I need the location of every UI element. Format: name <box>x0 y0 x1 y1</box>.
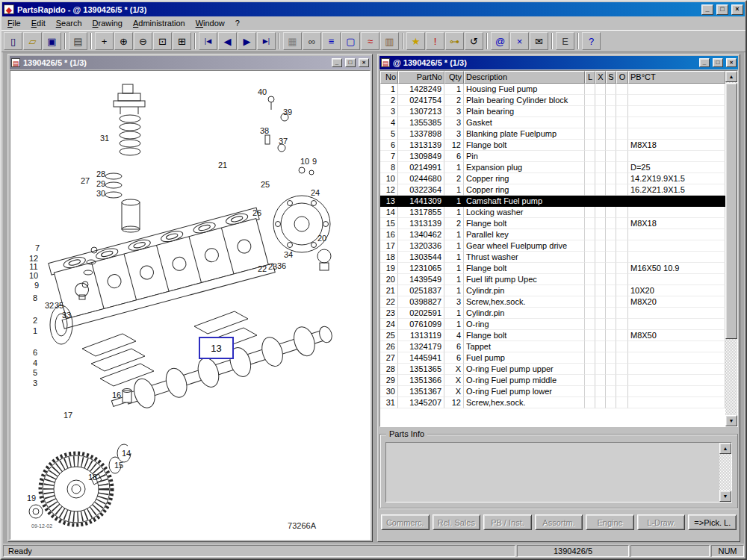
menu-edit[interactable]: Edit <box>26 17 51 29</box>
table-row[interactable]: 1413178551Locking washer <box>380 207 725 218</box>
scroll-up-icon[interactable]: ▲ <box>725 71 737 82</box>
column-header-s[interactable]: S <box>606 71 616 84</box>
callout-10[interactable]: 10 <box>300 157 309 166</box>
callout-4[interactable]: 4 <box>33 358 37 367</box>
callout-29[interactable]: 29 <box>96 179 105 188</box>
callout-16[interactable]: 16 <box>112 391 121 399</box>
menu-file[interactable]: File <box>2 17 26 29</box>
table-row[interactable]: 2714459416Fuel pump <box>380 352 725 364</box>
table-row[interactable]: 2513131194Flange boltM8X50 <box>380 330 725 341</box>
pan-button[interactable]: + <box>95 32 114 50</box>
column-header-l[interactable]: L <box>585 71 595 84</box>
callout-27[interactable]: 27 <box>81 176 90 185</box>
callout-19[interactable]: 19 <box>27 494 36 503</box>
minimize-button[interactable]: _ <box>701 4 713 15</box>
mail-button[interactable]: ✉ <box>530 32 548 50</box>
callout-26[interactable]: 26 <box>252 208 261 217</box>
titlebar[interactable]: ◆ PartsRapido - @ 1390426/5 * (1/3) _ □ … <box>2 2 745 16</box>
callout-21[interactable]: 21 <box>218 161 227 169</box>
action-commerc[interactable]: Commerc. <box>381 514 430 530</box>
print-button[interactable]: ▤ <box>69 32 87 50</box>
callout-23[interactable]: 23 <box>268 262 277 271</box>
callout-25[interactable]: 25 <box>261 180 270 189</box>
callout-14[interactable]: 14 <box>122 449 131 458</box>
menu-administration[interactable]: Administration <box>128 17 190 29</box>
web-button[interactable]: @ <box>491 32 509 50</box>
next-page-button[interactable]: ▶ <box>238 32 256 50</box>
table-row[interactable]: 1002446802Copper ring14.2X19.9X1.5 <box>380 173 725 184</box>
drawing-area[interactable]: 4039383731282729302110925242620343622237… <box>10 70 371 540</box>
callout-37[interactable]: 37 <box>279 137 288 146</box>
close-doc-button[interactable]: × <box>510 32 529 50</box>
callout-10[interactable]: 10 <box>29 271 38 280</box>
zoom-in-button[interactable]: ⊕ <box>114 32 133 50</box>
favorites-button[interactable]: ★ <box>406 32 425 50</box>
grid-button[interactable]: ▦ <box>283 32 302 50</box>
table-row[interactable]: 1613404621Parallel key <box>380 229 725 240</box>
table-row[interactable]: 2014395491Fuel lift pump Upec <box>380 274 725 285</box>
table-row[interactable]: 2613241796Tappet <box>380 341 725 352</box>
column-header-no[interactable]: No <box>380 71 398 84</box>
first-page-button[interactable]: |◀ <box>199 32 217 50</box>
menu-window[interactable]: Window <box>190 17 230 29</box>
column-header-qty[interactable]: Qty <box>444 71 464 84</box>
clipboard-button[interactable]: ▥ <box>380 32 399 50</box>
callout-24[interactable]: 24 <box>311 188 320 197</box>
save-button[interactable]: ▣ <box>43 32 61 50</box>
table-row[interactable]: 2102518371Cylindr.pin10X20 <box>380 285 725 296</box>
table-row[interactable]: 291351366XO-ring Fuel pump middle <box>380 375 725 386</box>
column-header-o[interactable]: O <box>616 71 628 84</box>
callout-17[interactable]: 17 <box>63 411 72 420</box>
column-header-x[interactable]: X <box>595 71 606 84</box>
callout-8[interactable]: 8 <box>33 293 37 302</box>
callout-1[interactable]: 1 <box>33 326 37 335</box>
callout-32[interactable]: 32 <box>45 301 54 310</box>
table-row[interactable]: 2203988273Screw,hex.sock.M8X20 <box>380 296 725 308</box>
table-row[interactable]: 1203223641Copper ring16.2X21.9X1.5 <box>380 184 725 196</box>
table-row[interactable]: 802149911Expansion plugD=25 <box>380 162 725 173</box>
maximize-button[interactable]: □ <box>716 4 728 15</box>
callout-5[interactable]: 5 <box>33 368 37 377</box>
callout-30[interactable]: 30 <box>96 189 105 198</box>
parts-info-scroll-up-icon[interactable]: ▲ <box>719 443 731 454</box>
drawing-window-titlebar[interactable]: ▤ 1390426/5 * (1/3) _ □ × <box>10 56 371 69</box>
menu-drawing[interactable]: Drawing <box>87 17 128 29</box>
table-row[interactable]: 313072133Plain bearing <box>380 106 725 117</box>
menu-search[interactable]: Search <box>51 17 87 29</box>
action-l-draw[interactable]: L-Draw. <box>637 514 686 530</box>
callout-6[interactable]: 6 <box>33 348 37 357</box>
column-header-part[interactable]: PartNo <box>398 71 444 84</box>
callout-36[interactable]: 36 <box>277 261 286 270</box>
action-assortm[interactable]: Assortm. <box>535 514 583 530</box>
table-row[interactable]: 1912310651Flange boltM16X50 10.9 <box>380 263 725 274</box>
callout-11[interactable]: 11 <box>29 262 37 271</box>
parts-minimize-button[interactable]: _ <box>699 58 710 67</box>
scroll-track[interactable] <box>725 82 737 415</box>
parts-info-scroll-track[interactable] <box>719 454 731 491</box>
callout-15[interactable]: 15 <box>114 461 123 470</box>
action-rel-sales[interactable]: Rel. Sales <box>433 514 481 530</box>
column-header-desc[interactable]: Description <box>464 71 585 84</box>
zoom-fit-button[interactable]: ⊞ <box>173 32 191 50</box>
last-page-button[interactable]: ▶| <box>257 32 276 50</box>
callout-18[interactable]: 18 <box>88 473 97 482</box>
screen-button[interactable]: ▢ <box>341 32 360 50</box>
prev-page-button[interactable]: ◀ <box>218 32 237 50</box>
callout-31[interactable]: 31 <box>100 134 109 143</box>
callout-40[interactable]: 40 <box>258 87 267 96</box>
callout-34[interactable]: 34 <box>284 250 293 259</box>
action-pb-inst[interactable]: PB / Inst. <box>483 514 532 530</box>
find-button[interactable]: ∞ <box>303 32 321 50</box>
table-row[interactable]: 713098496Pin <box>380 151 725 162</box>
open-button[interactable]: ▱ <box>23 32 42 50</box>
highlighted-callout[interactable]: 13 <box>199 337 234 359</box>
table-row[interactable]: 1813035441Thrust washer <box>380 252 725 263</box>
callout-33[interactable]: 33 <box>62 311 71 320</box>
callout-38[interactable]: 38 <box>260 126 269 135</box>
table-row[interactable]: 413553853Gasket <box>380 117 725 128</box>
info-button[interactable]: ! <box>426 32 444 50</box>
table-row[interactable]: 1513131392Flange boltM8X18 <box>380 218 725 229</box>
action-pick-l[interactable]: =>Pick. L. <box>688 514 737 530</box>
parts-window-titlebar[interactable]: ▤ @ 1390426/5 * (1/3) _ □ × <box>379 56 738 69</box>
parts-close-button[interactable]: × <box>726 58 737 67</box>
